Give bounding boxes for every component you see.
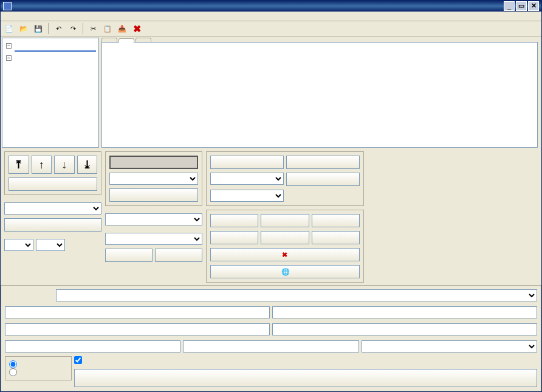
titlebar: _ ▭ ✕ [1,1,541,12]
decimal-p-select[interactable] [4,239,33,251]
cells-measure-button[interactable] [210,156,284,169]
edit-ref-sign-button[interactable] [312,214,360,227]
cells-multiple-edition-group [206,151,364,206]
tree-node-chapter-survey[interactable]: − [5,41,96,49]
save-icon[interactable]: 💾 [32,22,44,35]
text-style-standard-radio[interactable] [9,360,17,368]
index-suffix-input[interactable] [5,323,270,335]
open-icon[interactable]: 📂 [18,22,30,35]
grid-wrapper [100,36,539,149]
update-refs-from-acad-button[interactable]: 🌐 [210,265,360,278]
data-grid[interactable] [101,42,538,148]
undo-icon[interactable]: ↶ [52,22,64,35]
measure-in-acad-button[interactable] [109,156,198,169]
do-action-button[interactable] [74,369,537,387]
tree-node-new-item0[interactable] [15,61,96,63]
update-drawing-list-button[interactable] [4,218,101,232]
manager-active-drawing-select[interactable] [4,202,101,215]
index-prefix-input[interactable] [5,306,270,318]
remove-button[interactable]: ✖ [210,248,360,261]
maximize-button[interactable]: ▭ [516,1,527,11]
project-drawings-list-button[interactable] [9,177,97,191]
config-sorting-button[interactable] [105,249,153,262]
collapse-icon[interactable]: − [6,55,12,61]
color-select[interactable] [362,340,537,352]
edit-descript-button[interactable] [286,173,360,186]
menu-help[interactable] [41,15,50,18]
text-style-active-radio[interactable] [9,368,17,376]
edit-ref-values-button[interactable] [210,214,258,227]
move-up-button[interactable]: ↑ [32,156,52,174]
edit-unit-button[interactable] [312,231,360,244]
identify-measurements-group [1,285,541,391]
cells-objects-length-select[interactable] [210,173,284,185]
paste-icon[interactable]: 📥 [116,22,128,35]
units-select[interactable] [36,239,65,251]
app-window: _ ▭ ✕ 📄 📂 💾 ↶ ↷ ✂ 📋 📥 ✖ − − [0,0,542,392]
edit-m2-button[interactable] [261,231,309,244]
move-indices-input[interactable] [5,340,180,352]
tab-bar [101,38,538,42]
tab-new-chapter1[interactable] [136,38,151,42]
app-icon [3,2,12,10]
tab-t-chapters[interactable] [101,38,117,42]
toolbar: 📄 📂 💾 ↶ ↷ ✂ 📋 📥 ✖ [1,21,541,36]
redo-icon[interactable]: ↷ [67,22,79,35]
select-action-select[interactable] [56,289,537,301]
reference-value-group [105,151,202,206]
tree-view[interactable]: − − [2,38,99,148]
close-button[interactable]: ✕ [528,1,539,11]
delete-icon[interactable]: ✖ [131,22,143,35]
collapse-icon[interactable]: − [6,43,12,49]
move-bottom-button[interactable]: ⤓ [77,156,98,174]
remove-previous-checkbox[interactable] [74,356,82,364]
objects-length-select[interactable] [109,173,198,185]
minimize-button[interactable]: _ [504,1,515,11]
cells-positive-select[interactable] [210,190,284,202]
config-object-filters-button[interactable] [155,249,202,262]
edit-descrs-button[interactable] [261,214,309,227]
new-icon[interactable]: 📄 [3,22,15,35]
reference-sign-select[interactable] [105,233,202,245]
move-rows-group: ⤒ ↑ ↓ ⤓ [4,151,101,195]
rows-multiple-edition-group: ✖ 🌐 [206,210,364,283]
text-height-input[interactable] [183,340,358,352]
tab-chapter-survey[interactable] [118,38,134,43]
descrip-prefix-input[interactable] [272,306,537,318]
reference-selection-select[interactable] [105,213,202,225]
menubar [1,12,541,22]
lower-panels: ⤒ ↑ ↓ ⤓ [1,149,541,285]
menu-tree[interactable] [29,15,38,18]
copy-icon[interactable]: 📋 [101,22,114,35]
menu-file[interactable] [4,15,14,18]
move-down-button[interactable]: ↓ [54,156,75,174]
tree-node-new-chapter1[interactable]: − [5,53,96,61]
edit-m1-button[interactable] [210,231,258,244]
menu-edit[interactable] [16,15,26,18]
cells-user-input-button[interactable] [286,156,360,169]
move-top-button[interactable]: ⤒ [9,156,29,174]
descrip-suffix-input[interactable] [272,323,537,335]
main-split: − − [1,36,541,149]
user-input-button[interactable] [109,188,198,202]
cut-icon[interactable]: ✂ [87,22,99,35]
